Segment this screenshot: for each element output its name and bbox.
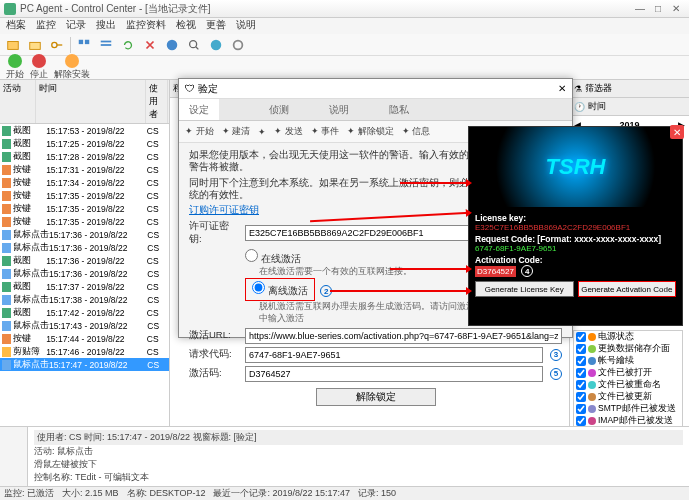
svg-rect-7 <box>101 44 112 46</box>
detail-panel: 使用者: CS 时间: 15:17:47 - 2019/8/22 视窗标题: [… <box>0 426 689 486</box>
svg-point-9 <box>190 40 197 47</box>
col-activity[interactable]: 活动 <box>0 80 36 123</box>
dlg-tab-3[interactable]: 侦测 <box>259 99 299 120</box>
detail-note1: 滑鼠左键被按下 <box>34 458 683 471</box>
col-time[interactable]: 时间 <box>36 80 146 123</box>
col-user[interactable]: 使用者 <box>146 80 168 123</box>
menu-6[interactable]: 更善 <box>206 18 226 34</box>
dlg-tab-4[interactable] <box>299 99 319 120</box>
list-row[interactable]: 截图15:17:53 - 2019/8/22CS <box>0 124 169 137</box>
gen-activation-button[interactable]: Generate Activation Code <box>578 281 677 297</box>
search-icon[interactable] <box>185 36 203 54</box>
window-title: PC Agent - Control Center - [当地记录文件] <box>20 2 631 16</box>
check-item[interactable]: 文件已被打开 <box>574 367 682 379</box>
activation-label: 激活码: <box>189 367 241 380</box>
check-item[interactable]: 文件已被重命名 <box>574 379 682 391</box>
delete-icon[interactable] <box>141 36 159 54</box>
order-link[interactable]: 订购许可证密钥 <box>189 204 259 215</box>
check-item[interactable]: 文件已被更新 <box>574 391 682 403</box>
list-row[interactable]: 鼠标点击15:17:36 - 2019/8/22CS <box>0 241 169 254</box>
dlg-tool-5[interactable]: ✦ 解除锁定 <box>347 125 394 138</box>
dlg-tab-0[interactable]: 设定 <box>179 99 219 120</box>
key-icon[interactable] <box>48 36 66 54</box>
arrow-5 <box>330 290 470 292</box>
check-item[interactable]: 更换数据储存介面 <box>574 343 682 355</box>
minimize-button[interactable]: — <box>631 2 649 16</box>
menu-0[interactable]: 档案 <box>6 18 26 34</box>
list-header: 活动 时间 使用者 <box>0 80 169 124</box>
dlg-tool-2[interactable]: ✦ <box>258 127 266 137</box>
list-row[interactable]: 剪贴簿15:17:46 - 2019/8/22CS <box>0 345 169 358</box>
list-row[interactable]: 按键15:17:34 - 2019/8/22CS <box>0 176 169 189</box>
gear-icon[interactable] <box>229 36 247 54</box>
dlg-tool-1[interactable]: ✦ 建清 <box>222 125 251 138</box>
shield-icon: 🛡 <box>185 83 195 94</box>
list-row[interactable]: 鼠标点击15:17:43 - 2019/8/22CS <box>0 319 169 332</box>
menu-7[interactable]: 说明 <box>236 18 256 34</box>
dlg-tab-1[interactable] <box>219 99 239 120</box>
status-count: 记录: 150 <box>358 487 396 500</box>
list-row[interactable]: 鼠标点击15:17:36 - 2019/8/22CS <box>0 228 169 241</box>
status-size: 大小: 2.15 MB <box>62 487 119 500</box>
tb-解除安装[interactable]: 解除安装 <box>54 54 90 81</box>
list-row[interactable]: 按键15:17:44 - 2019/8/22CS <box>0 332 169 345</box>
folder-icon[interactable] <box>26 36 44 54</box>
dialog-close-icon[interactable]: ✕ <box>558 83 566 94</box>
dlg-tool-4[interactable]: ✦ 事件 <box>311 125 340 138</box>
activation-input[interactable] <box>245 366 543 382</box>
tb-开始[interactable]: 开始 <box>6 54 24 81</box>
keygen-close-icon[interactable]: ✕ <box>670 125 684 139</box>
close-button[interactable]: ✕ <box>667 2 685 16</box>
request-input[interactable] <box>245 347 543 363</box>
url-input[interactable] <box>245 328 562 344</box>
list-row[interactable]: 截图15:17:37 - 2019/8/22CS <box>0 280 169 293</box>
maximize-button[interactable]: □ <box>649 2 667 16</box>
gen-license-button[interactable]: Generate License Key <box>475 281 574 297</box>
menu-2[interactable]: 记录 <box>66 18 86 34</box>
refresh-icon[interactable] <box>119 36 137 54</box>
list-row[interactable]: 截图15:17:36 - 2019/8/22CS <box>0 254 169 267</box>
detail-activity: 活动: 鼠标点击 <box>34 445 683 458</box>
menu-3[interactable]: 搜出 <box>96 18 116 34</box>
online-radio[interactable] <box>245 249 258 262</box>
menu-5[interactable]: 检视 <box>176 18 196 34</box>
unlock-button[interactable]: 解除锁定 <box>316 388 436 406</box>
svg-rect-1 <box>30 42 41 49</box>
dlg-tool-0[interactable]: ✦ 开始 <box>185 125 214 138</box>
dlg-tab-6[interactable] <box>359 99 379 120</box>
world-icon[interactable] <box>207 36 225 54</box>
view2-icon[interactable] <box>97 36 115 54</box>
menu-1[interactable]: 监控 <box>36 18 56 34</box>
list-row[interactable]: 截图15:17:25 - 2019/8/22CS <box>0 137 169 150</box>
list-row[interactable]: 按键15:17:35 - 2019/8/22CS <box>0 215 169 228</box>
dlg-tab-7[interactable]: 隐私 <box>379 99 419 120</box>
tb-停止[interactable]: 停止 <box>30 54 48 81</box>
svg-rect-5 <box>85 39 89 43</box>
list-row[interactable]: 按键15:17:35 - 2019/8/22CS <box>0 189 169 202</box>
dlg-tab-5[interactable]: 说明 <box>319 99 359 120</box>
menu-4[interactable]: 监控资料 <box>126 18 166 34</box>
svg-point-8 <box>167 39 178 50</box>
list-row[interactable]: 截图15:17:42 - 2019/8/22CS <box>0 306 169 319</box>
offline-radio[interactable] <box>252 281 265 294</box>
list-row[interactable]: 按键15:17:35 - 2019/8/22CS <box>0 202 169 215</box>
list-row[interactable]: 鼠标点击15:17:47 - 2019/8/22CS <box>0 358 169 371</box>
dlg-tool-3[interactable]: ✦ 发送 <box>274 125 303 138</box>
filter-icon: ⚗ <box>574 84 582 94</box>
svg-line-10 <box>196 46 199 49</box>
list-row[interactable]: 鼠标点击15:17:38 - 2019/8/22CS <box>0 293 169 306</box>
open-icon[interactable] <box>4 36 22 54</box>
dlg-tool-6[interactable]: ✦ 信息 <box>402 125 431 138</box>
list-row[interactable]: 鼠标点击15:17:36 - 2019/8/22CS <box>0 267 169 280</box>
check-item[interactable]: SMTP邮件已被发送 <box>574 403 682 415</box>
view1-icon[interactable] <box>75 36 93 54</box>
check-item[interactable]: 电源状态 <box>574 331 682 343</box>
info-icon[interactable] <box>163 36 181 54</box>
status-name: 名称: DESKTOP-12 <box>127 487 206 500</box>
svg-rect-4 <box>79 39 83 43</box>
dlg-tab-2[interactable] <box>239 99 259 120</box>
check-item[interactable]: 帐号繪续 <box>574 355 682 367</box>
list-row[interactable]: 截图15:17:28 - 2019/8/22CS <box>0 150 169 163</box>
list-row[interactable]: 按键15:17:31 - 2019/8/22CS <box>0 163 169 176</box>
arrow-3 <box>390 268 470 270</box>
